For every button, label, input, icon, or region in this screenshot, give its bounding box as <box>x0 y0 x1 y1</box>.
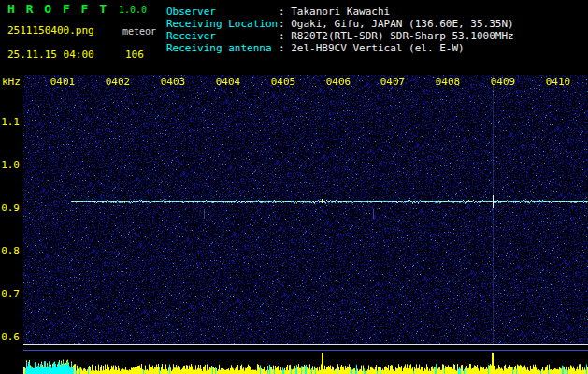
power-canvas <box>23 352 588 374</box>
freq-tick: 0.9 <box>1 203 20 214</box>
location-label: Receiving Location <box>166 18 279 30</box>
time-tick: 0408 <box>436 77 461 88</box>
app-title: H R O F F T <box>7 2 108 16</box>
receiver-label: Receiver <box>166 30 279 42</box>
observer-label: Observer <box>166 6 279 18</box>
observer-value: : Takanori Kawachi <box>279 6 390 18</box>
time-tick: 0409 <box>491 77 516 88</box>
echo-count: 106 <box>125 49 144 61</box>
signal-level-strip <box>23 352 588 374</box>
antenna-value: : 2el-HB9CV Vertical (el. E-W) <box>279 42 465 54</box>
info-row-receiver: Receiver: R820T2(RTL-SDR) SDR-Sharp 53.1… <box>166 30 514 42</box>
station-info: Observer: Takanori Kawachi Receiving Loc… <box>166 6 514 54</box>
mode-label: meteor <box>122 26 156 36</box>
freq-tick: 1.1 <box>1 117 20 128</box>
time-tick: 0405 <box>271 77 296 88</box>
time-tick: 0402 <box>106 77 131 88</box>
plot-bottom-border <box>23 344 588 345</box>
spectrogram-canvas <box>23 75 588 344</box>
freq-tick: 0.6 <box>1 332 20 343</box>
time-tick: 0407 <box>380 77 406 88</box>
time-tick: 0406 <box>326 77 351 88</box>
time-tick: 0401 <box>50 77 76 88</box>
time-tick: 0403 <box>161 77 186 88</box>
info-row-antenna: Receiving antenna: 2el-HB9CV Vertical (e… <box>166 42 514 54</box>
antenna-label: Receiving antenna <box>166 42 279 54</box>
receiver-value: : R820T2(RTL-SDR) SDR-Sharp 53.1000MHz <box>279 30 514 42</box>
time-tick: 0404 <box>216 77 241 88</box>
freq-tick: 1.0 <box>1 160 20 171</box>
power-strip-border <box>23 350 588 351</box>
spectrogram-plot: 0401 0402 0403 0404 0405 0406 0407 0408 … <box>23 75 588 344</box>
info-row-observer: Observer: Takanori Kawachi <box>166 6 514 18</box>
app-version: 1.0.0 <box>119 5 147 15</box>
freq-tick: 0.7 <box>1 289 20 300</box>
freq-tick: 0.8 <box>1 246 20 257</box>
location-value: : Ogaki, Gifu, JAPAN (136.60E, 35.35N) <box>279 18 514 30</box>
hrofft-screen: H R O F F T 1.0.0 2511150400.png meteor … <box>0 0 588 374</box>
freq-unit-label: kHz <box>2 77 21 88</box>
frequency-axis: kHz 1.1 1.0 0.9 0.8 0.7 0.6 <box>0 0 22 374</box>
info-row-location: Receiving Location: Ogaki, Gifu, JAPAN (… <box>166 18 514 30</box>
time-tick: 0410 <box>546 77 571 88</box>
